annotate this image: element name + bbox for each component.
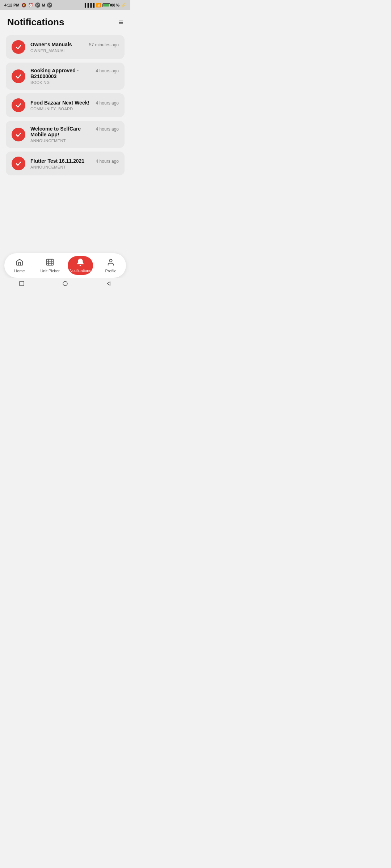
nav-item-notifications[interactable]: Notifications <box>65 256 96 275</box>
p-icon: P <box>35 3 40 8</box>
p2-icon: P <box>47 3 52 8</box>
svg-rect-6 <box>20 281 24 286</box>
page-title: Notifications <box>7 17 64 28</box>
signal-icon: ▐▐▐▐ <box>83 3 94 7</box>
notif-category: ANNOUNCEMENT <box>30 165 119 169</box>
notification-card[interactable]: Owner's Manuals 57 minutes ago OWNER_MAN… <box>6 35 125 59</box>
notif-title: Food Bazaar Next Week! <box>30 100 93 106</box>
status-bar: 4:12 PM 🔕 ⏰ P M P ▐▐▐▐ 📶 88% ⚡ <box>0 0 130 10</box>
status-time: 4:12 PM <box>4 3 20 7</box>
notif-content: Booking Approved - B21000003 4 hours ago… <box>30 68 119 85</box>
nav-item-unit-picker[interactable]: Unit Picker <box>35 258 65 273</box>
nav-item-home[interactable]: Home <box>4 258 35 273</box>
charging-icon: ⚡ <box>121 3 126 8</box>
notif-content: Flutter Test 16.11.2021 4 hours ago ANNO… <box>30 158 119 169</box>
nav-label-notifications: Notifications <box>70 268 91 273</box>
battery-icon: 88% <box>102 3 119 7</box>
notif-title-row: Booking Approved - B21000003 4 hours ago <box>30 68 119 79</box>
unit-picker-icon <box>46 258 54 268</box>
notification-card[interactable]: Food Bazaar Next Week! 4 hours ago COMMU… <box>6 93 125 117</box>
notif-time: 4 hours ago <box>96 127 119 132</box>
filter-icon[interactable]: ≡ <box>118 18 123 27</box>
svg-marker-8 <box>107 282 110 285</box>
svg-point-5 <box>109 259 112 261</box>
notif-title-row: Welcome to SelfCare Mobile App! 4 hours … <box>30 126 119 137</box>
battery-level: 88 <box>111 3 115 7</box>
status-left: 4:12 PM 🔕 ⏰ P M P <box>4 3 52 8</box>
notif-check-icon <box>12 69 25 83</box>
notif-category: COMMUNITY_BOARD <box>30 107 119 111</box>
notification-list: Owner's Manuals 57 minutes ago OWNER_MAN… <box>0 32 130 178</box>
mute-icon: 🔕 <box>21 3 26 8</box>
home-icon <box>16 258 24 268</box>
nav-label-unit-picker: Unit Picker <box>40 269 59 273</box>
svg-point-7 <box>63 281 67 286</box>
notif-check-icon <box>12 98 25 112</box>
notification-card[interactable]: Welcome to SelfCare Mobile App! 4 hours … <box>6 121 125 148</box>
notif-category: OWNER_MANUAL <box>30 48 119 53</box>
notif-check-icon <box>12 128 25 141</box>
page-header: Notifications ≡ <box>0 10 130 32</box>
notif-title: Owner's Manuals <box>30 42 86 47</box>
svg-rect-0 <box>47 259 53 265</box>
notif-title: Welcome to SelfCare Mobile App! <box>30 126 93 137</box>
notif-category: ANNOUNCEMENT <box>30 139 119 143</box>
notif-title-row: Owner's Manuals 57 minutes ago <box>30 42 119 47</box>
notif-time: 57 minutes ago <box>89 42 119 47</box>
notif-check-icon <box>12 157 25 170</box>
notif-title: Booking Approved - B21000003 <box>30 68 93 79</box>
nav-back-button[interactable] <box>105 280 112 287</box>
gmail-icon: M <box>42 3 45 7</box>
profile-icon <box>107 258 115 268</box>
notif-content: Owner's Manuals 57 minutes ago OWNER_MAN… <box>30 42 119 53</box>
notif-title-row: Flutter Test 16.11.2021 4 hours ago <box>30 158 119 164</box>
notif-content: Food Bazaar Next Week! 4 hours ago COMMU… <box>30 100 119 111</box>
notif-time: 4 hours ago <box>96 68 119 73</box>
nav-square-button[interactable] <box>18 280 25 287</box>
notif-check-icon <box>12 40 25 54</box>
nav-active-pill[interactable]: Notifications <box>68 256 93 275</box>
notif-title: Flutter Test 16.11.2021 <box>30 158 93 164</box>
nav-label-profile: Profile <box>105 269 116 273</box>
wifi-icon: 📶 <box>96 3 101 8</box>
nav-item-profile[interactable]: Profile <box>96 258 126 273</box>
notif-category: BOOKING <box>30 80 119 85</box>
notification-card[interactable]: Booking Approved - B21000003 4 hours ago… <box>6 63 125 90</box>
notifications-icon <box>76 258 84 268</box>
system-nav-bar <box>0 278 130 289</box>
notif-time: 4 hours ago <box>96 101 119 106</box>
notif-title-row: Food Bazaar Next Week! 4 hours ago <box>30 100 119 106</box>
notif-content: Welcome to SelfCare Mobile App! 4 hours … <box>30 126 119 143</box>
nav-label-home: Home <box>14 269 25 273</box>
notif-time: 4 hours ago <box>96 159 119 164</box>
status-right: ▐▐▐▐ 📶 88% ⚡ <box>83 3 126 8</box>
alarm-icon: ⏰ <box>28 3 33 8</box>
nav-circle-button[interactable] <box>62 280 68 287</box>
bottom-nav: Home Unit Picker Notifications Profile <box>4 253 126 278</box>
notification-card[interactable]: Flutter Test 16.11.2021 4 hours ago ANNO… <box>6 152 125 175</box>
